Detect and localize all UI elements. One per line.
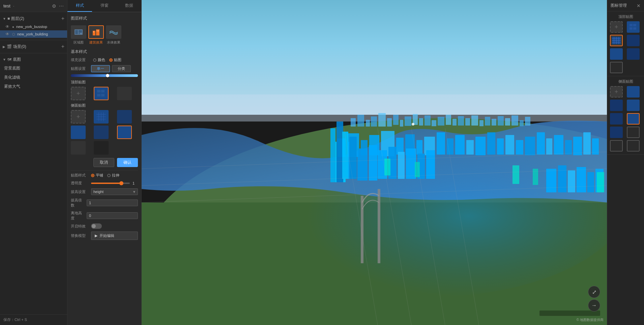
add-scene-icon[interactable]: + xyxy=(61,44,64,50)
divider-1 xyxy=(71,170,138,171)
basemap-header[interactable]: ▼ 🗺 底图 xyxy=(0,55,67,64)
side-texture-6[interactable] xyxy=(71,141,86,155)
svg-rect-42 xyxy=(458,116,464,126)
style-area-icon-box xyxy=(71,25,86,39)
icon-side-blue3[interactable] xyxy=(627,100,640,111)
eye-icon-building[interactable]: 👁 xyxy=(5,32,10,36)
tab-bar: 样式 弹窗 数据 xyxy=(67,0,141,12)
replace-model-label: 替换模型 xyxy=(71,233,88,238)
edit-model-button[interactable]: ▶ 开始编辑 xyxy=(91,232,138,240)
expand-nav-btn[interactable]: ⤢ xyxy=(588,286,600,298)
svg-rect-93 xyxy=(546,169,556,192)
svg-rect-118 xyxy=(633,24,636,26)
texture-single-btn[interactable]: 单一 xyxy=(91,65,110,72)
stretch-option[interactable]: 拉伸 xyxy=(107,173,119,178)
color-gradient-bar[interactable] xyxy=(71,74,138,77)
svg-rect-100 xyxy=(415,162,420,177)
middle-panel: 样式 弹窗 数据 图层样式 区域图 xyxy=(67,0,142,325)
texture-style-row: 贴图样式 平铺 拉伸 xyxy=(71,173,138,178)
cancel-button[interactable]: 取消 xyxy=(93,158,114,167)
icon-top-blue2[interactable] xyxy=(627,35,640,46)
icon-side-dark2[interactable] xyxy=(610,140,623,152)
icon-panel-title: 图标管理 xyxy=(611,3,627,8)
side-texture-4[interactable] xyxy=(94,126,109,139)
icon-top-blue3[interactable] xyxy=(610,48,623,60)
opacity-row: 透明度 1 xyxy=(71,181,138,186)
style-area-btn[interactable]: 区域图 xyxy=(71,25,86,45)
layer-item-busstop[interactable]: 👁 ● new_york_busstop xyxy=(0,23,67,30)
more-icon[interactable]: ⋯ xyxy=(59,3,64,9)
svg-rect-36 xyxy=(419,118,423,126)
polygon-icon: ⬡ xyxy=(12,32,15,36)
svg-rect-106 xyxy=(378,189,380,263)
side-texture-1[interactable] xyxy=(94,110,109,124)
top-texture-add[interactable]: + xyxy=(71,87,86,100)
icon-side-blue1[interactable] xyxy=(627,86,640,98)
icon-side-dark1[interactable] xyxy=(627,127,640,138)
side-texture-label: 侧面贴图 xyxy=(71,103,138,108)
icon-top-add[interactable]: + xyxy=(610,21,623,33)
icon-side-blue4[interactable] xyxy=(610,113,623,125)
side-texture-add[interactable]: + xyxy=(71,110,86,124)
tab-style[interactable]: 样式 xyxy=(67,0,92,12)
top-texture-2[interactable] xyxy=(117,87,132,100)
base-height-input[interactable] xyxy=(87,212,138,219)
icon-top-selected[interactable] xyxy=(610,35,623,46)
icon-side-section: 侧面贴图 + xyxy=(607,76,644,155)
basemap-atmosphere[interactable]: 雾效大气 xyxy=(0,82,67,91)
layers-header[interactable]: ▼ ■ 图层(2) + xyxy=(0,14,67,23)
next-nav-btn[interactable]: → xyxy=(588,299,600,312)
confirm-button[interactable]: 确认 xyxy=(117,158,138,167)
style-type-icons: 区域图 建筑效果 xyxy=(71,25,138,45)
svg-rect-28 xyxy=(366,120,370,127)
basemap-beautify[interactable]: 美化滤镜 xyxy=(0,73,67,82)
height-select[interactable]: height xyxy=(91,188,138,195)
icon-side-add[interactable]: + xyxy=(610,86,623,98)
icon-top-blue1[interactable] xyxy=(627,21,640,33)
style-building-btn[interactable]: 建筑效果 xyxy=(88,25,104,45)
side-texture-5[interactable] xyxy=(117,126,132,139)
height-multiplier-input[interactable] xyxy=(87,199,138,206)
icon-side-blue5[interactable] xyxy=(610,127,623,138)
opacity-label: 透明度 xyxy=(71,181,88,186)
effect-toggle-row: 开启特效 xyxy=(71,223,138,229)
basemap-background[interactable]: 背景底图 xyxy=(0,64,67,73)
icon-panel-close-btn[interactable]: ✕ xyxy=(637,3,641,8)
icon-top-dark1[interactable] xyxy=(610,62,623,73)
opacity-slider[interactable] xyxy=(91,183,130,184)
icon-top-blue4[interactable] xyxy=(627,48,640,60)
style-building-label: 建筑效果 xyxy=(89,40,103,45)
fill-texture-option[interactable]: 贴图 xyxy=(109,57,121,62)
side-texture-7[interactable] xyxy=(94,141,109,155)
area-svg-icon xyxy=(74,28,83,36)
scene-label: 场景(0) xyxy=(13,44,60,50)
tab-data[interactable]: 数据 xyxy=(117,0,141,12)
style-water-btn[interactable]: 水体效果 xyxy=(106,25,121,45)
icon-cell-svg-sel xyxy=(612,37,621,44)
panel-content: 图层样式 区域图 xyxy=(67,12,141,325)
effect-toggle[interactable] xyxy=(91,223,102,229)
add-layer-icon[interactable]: + xyxy=(61,16,64,22)
tile-option[interactable]: 平铺 xyxy=(91,173,103,178)
basemap-beautify-label: 美化滤镜 xyxy=(4,75,20,80)
icon-side-dark3[interactable] xyxy=(627,140,640,152)
settings-icon[interactable]: ⚙ xyxy=(52,3,56,9)
texture-setting-row: 贴图设置 单一 分类 xyxy=(71,65,138,72)
base-height-row: 离地高度 xyxy=(71,211,138,221)
layer-item-building[interactable]: 👁 ⬡ new_york_building xyxy=(0,30,67,38)
side-texture-2[interactable] xyxy=(117,110,132,124)
texture-style-options: 平铺 拉伸 xyxy=(91,173,119,178)
side-texture-3[interactable] xyxy=(71,126,86,139)
icon-side-blue2[interactable] xyxy=(610,100,623,111)
top-texture-1[interactable] xyxy=(94,87,109,100)
eye-icon-busstop[interactable]: 👁 xyxy=(5,24,10,29)
tab-popup[interactable]: 弹窗 xyxy=(92,0,117,12)
icon-side-selected[interactable] xyxy=(627,113,640,125)
texture-category-btn[interactable]: 分类 xyxy=(112,65,131,72)
icon-top-label: 顶部贴图 xyxy=(610,14,641,19)
fill-color-option[interactable]: 颜色 xyxy=(93,57,105,62)
layer-label-building: new_york_building xyxy=(17,32,64,36)
action-buttons: 取消 确认 xyxy=(71,158,138,167)
scene-header[interactable]: ▶ 🎬 场景(0) + xyxy=(0,42,67,51)
fill-setting-options: 颜色 贴图 xyxy=(93,57,121,62)
